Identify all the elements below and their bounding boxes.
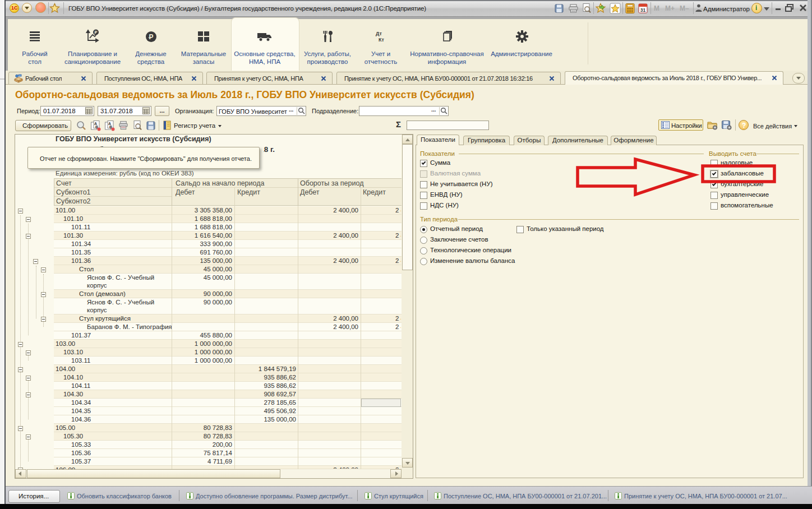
svg-text:P: P: [149, 33, 153, 41]
svg-text:31: 31: [640, 7, 646, 13]
svg-text:P: P: [94, 30, 97, 35]
svg-text:Кт: Кт: [379, 37, 384, 43]
svg-text:Дт: Дт: [376, 31, 382, 36]
